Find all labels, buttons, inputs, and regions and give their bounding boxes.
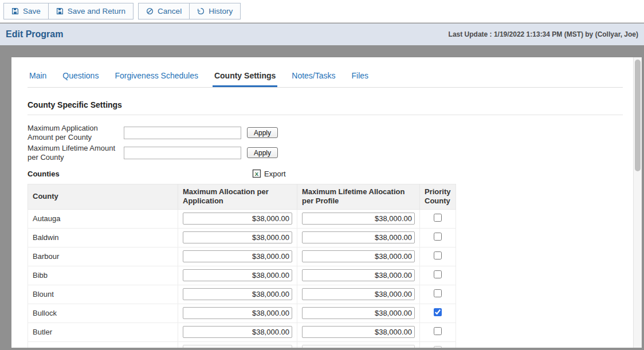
last-update-text: Last Update : 1/19/2022 1:13:34 PM (MST)… (449, 30, 638, 38)
county-settings-table: County Maximum Allocation per Applicatio… (28, 184, 456, 348)
card-content: MainQuestionsForgiveness SchedulesCounty… (11, 57, 633, 348)
priority-county-checkbox[interactable] (434, 346, 442, 348)
counties-row: Counties X Export (28, 169, 623, 178)
max-application-input[interactable] (124, 127, 241, 139)
max-allocation-input[interactable] (183, 345, 292, 348)
history-button[interactable]: History (190, 3, 240, 19)
priority-county-checkbox[interactable] (434, 251, 442, 259)
tab-bar: MainQuestionsForgiveness SchedulesCounty… (28, 57, 623, 88)
save-icon (56, 7, 64, 15)
max-allocation-input[interactable] (183, 307, 292, 319)
max-allocation-input[interactable] (183, 326, 292, 338)
history-icon (197, 7, 205, 15)
tab-questions[interactable]: Questions (61, 71, 100, 87)
tab-files[interactable]: Files (350, 71, 371, 87)
max-lifetime-input[interactable] (302, 269, 415, 281)
tab-notes-tasks[interactable]: Notes/Tasks (290, 71, 337, 87)
priority-county-checkbox[interactable] (434, 214, 442, 222)
excel-export-icon: X (252, 169, 261, 178)
apply-max-lifetime-button[interactable]: Apply (247, 147, 278, 158)
max-lifetime-input[interactable] (302, 345, 415, 348)
save-button[interactable]: Save (4, 3, 49, 19)
export-label: Export (264, 170, 286, 178)
county-name-cell: Baldwin (28, 228, 178, 247)
max-lifetime-label: Maximum Lifetime Amount per County (28, 144, 124, 162)
max-allocation-input[interactable] (183, 288, 292, 300)
page-header: Edit Program Last Update : 1/19/2022 1:1… (0, 23, 644, 45)
county-table-body: AutaugaBaldwinBarbourBibbBlountBullockBu… (28, 209, 456, 348)
priority-county-checkbox[interactable] (434, 289, 442, 297)
page-title: Edit Program (6, 29, 63, 40)
table-row: Baldwin (28, 228, 456, 247)
max-allocation-input[interactable] (183, 269, 292, 281)
max-lifetime-input[interactable] (302, 250, 415, 262)
section-title: County Specific Settings (28, 100, 623, 109)
counties-label: Counties (28, 170, 63, 178)
table-row: Blount (28, 285, 456, 304)
county-column-header: County (28, 184, 178, 210)
priority-county-checkbox[interactable] (434, 270, 442, 278)
edit-program-panel: MainQuestionsForgiveness SchedulesCounty… (11, 57, 642, 348)
cancel-icon (146, 7, 154, 15)
county-name-cell: Bullock (28, 304, 178, 323)
max-application-label: Maximum Application Amount per County (28, 124, 124, 141)
priority-county-checkbox[interactable] (434, 327, 442, 335)
tab-forgiveness-schedules[interactable]: Forgiveness Schedules (113, 71, 200, 87)
max-lifetime-input[interactable] (302, 326, 415, 338)
save-button-label: Save (23, 7, 41, 15)
county-name-cell: Bibb (28, 266, 178, 285)
svg-text:X: X (255, 171, 259, 177)
section-divider (28, 115, 623, 115)
tab-county-settings[interactable]: County Settings (213, 71, 277, 87)
save-and-return-button-label: Save and Return (68, 7, 125, 15)
max-lifetime-input[interactable] (302, 213, 415, 225)
max-lifetime-input[interactable] (124, 147, 241, 159)
table-row: Autauga (28, 209, 456, 228)
max-application-row: Maximum Application Amount per County Ap… (28, 123, 623, 142)
table-row: Barbour (28, 247, 456, 266)
max-allocation-input[interactable] (183, 250, 292, 262)
vertical-scrollbar[interactable] (633, 57, 642, 348)
max-allocation-input[interactable] (183, 213, 292, 225)
priority-county-checkbox[interactable] (434, 308, 442, 316)
save-and-return-button[interactable]: Save and Return (49, 3, 133, 19)
max-allocation-column-header: Maximum Allocation per Application (178, 184, 297, 210)
priority-county-column-header: Priority County (420, 184, 456, 210)
county-name-cell: Autauga (28, 209, 178, 228)
county-name-cell: Calhoun (28, 341, 178, 348)
table-header-row: County Maximum Allocation per Applicatio… (28, 184, 456, 210)
toolbar: Save Save and Return Cancel History (0, 0, 644, 23)
history-button-label: History (209, 7, 233, 15)
max-lifetime-input[interactable] (302, 288, 415, 300)
cancel-button-group: Cancel History (138, 3, 241, 19)
max-lifetime-input[interactable] (302, 231, 415, 243)
table-row: Bullock (28, 304, 456, 323)
tab-main[interactable]: Main (28, 71, 48, 87)
county-name-cell: Butler (28, 323, 178, 341)
save-icon (11, 7, 19, 15)
max-allocation-input[interactable] (183, 231, 292, 243)
county-name-cell: Blount (28, 285, 178, 304)
cancel-button-label: Cancel (158, 7, 182, 15)
county-settings-form: Maximum Application Amount per County Ap… (28, 123, 623, 162)
table-row: Bibb (28, 266, 456, 285)
table-row: Butler (28, 323, 456, 341)
max-lifetime-row: Maximum Lifetime Amount per County Apply (28, 143, 623, 162)
apply-max-application-button[interactable]: Apply (247, 127, 278, 138)
max-lifetime-column-header: Maximum Lifetime Allocation per Profile (297, 184, 420, 210)
priority-county-checkbox[interactable] (434, 233, 442, 241)
cancel-button[interactable]: Cancel (139, 3, 190, 19)
county-name-cell: Barbour (28, 247, 178, 266)
export-button[interactable]: X Export (252, 169, 286, 178)
scrollbar-thumb[interactable] (635, 60, 641, 171)
save-button-group: Save Save and Return (3, 3, 133, 19)
max-lifetime-input[interactable] (302, 307, 415, 319)
table-row: Calhoun (28, 341, 456, 348)
